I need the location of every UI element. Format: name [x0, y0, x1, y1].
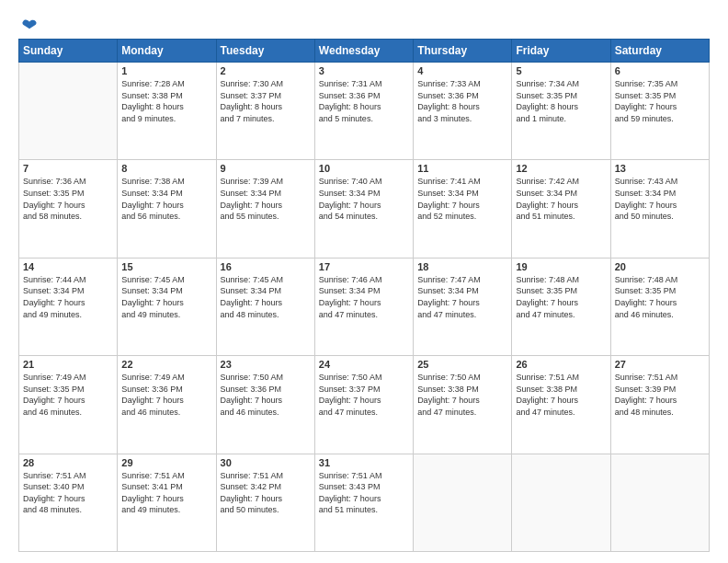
day-number: 21 [23, 359, 113, 370]
calendar-cell: 7Sunrise: 7:36 AM Sunset: 3:35 PM Daylig… [19, 160, 118, 258]
day-number: 20 [615, 261, 705, 272]
calendar-cell: 15Sunrise: 7:45 AM Sunset: 3:34 PM Dayli… [118, 258, 216, 355]
calendar-cell: 17Sunrise: 7:46 AM Sunset: 3:34 PM Dayli… [314, 258, 413, 355]
day-number: 14 [23, 261, 113, 272]
day-number: 16 [221, 261, 311, 272]
day-info: Sunrise: 7:51 AM Sunset: 3:39 PM Dayligh… [615, 372, 705, 418]
calendar-cell: 2Sunrise: 7:30 AM Sunset: 3:37 PM Daylig… [216, 63, 314, 160]
day-info: Sunrise: 7:39 AM Sunset: 3:34 PM Dayligh… [221, 176, 311, 222]
day-info: Sunrise: 7:47 AM Sunset: 3:34 PM Dayligh… [417, 274, 507, 320]
calendar-cell: 3Sunrise: 7:31 AM Sunset: 3:36 PM Daylig… [314, 63, 413, 160]
day-info: Sunrise: 7:35 AM Sunset: 3:35 PM Dayligh… [615, 78, 705, 124]
calendar-cell: 31Sunrise: 7:51 AM Sunset: 3:43 PM Dayli… [314, 454, 413, 551]
calendar-cell: 4Sunrise: 7:33 AM Sunset: 3:36 PM Daylig… [414, 63, 512, 160]
day-number: 4 [417, 65, 507, 76]
page: SundayMondayTuesdayWednesdayThursdayFrid… [0, 0, 728, 563]
calendar-cell: 10Sunrise: 7:40 AM Sunset: 3:34 PM Dayli… [314, 160, 413, 258]
calendar-cell: 26Sunrise: 7:51 AM Sunset: 3:38 PM Dayli… [512, 356, 610, 454]
day-number: 10 [319, 163, 409, 174]
day-number: 9 [221, 163, 311, 174]
day-number: 25 [417, 359, 507, 370]
day-number: 13 [615, 163, 705, 174]
day-number: 5 [516, 65, 606, 76]
day-number: 27 [615, 359, 705, 370]
day-number: 17 [319, 261, 409, 272]
day-info: Sunrise: 7:42 AM Sunset: 3:34 PM Dayligh… [516, 176, 606, 222]
calendar-cell: 13Sunrise: 7:43 AM Sunset: 3:34 PM Dayli… [610, 160, 709, 258]
day-number: 6 [615, 65, 705, 76]
day-number: 3 [319, 65, 409, 76]
calendar-cell: 20Sunrise: 7:48 AM Sunset: 3:35 PM Dayli… [610, 258, 709, 355]
calendar-cell: 28Sunrise: 7:51 AM Sunset: 3:40 PM Dayli… [19, 454, 118, 551]
calendar-header-wednesday: Wednesday [314, 40, 413, 63]
day-number: 19 [516, 261, 606, 272]
calendar-week-5: 28Sunrise: 7:51 AM Sunset: 3:40 PM Dayli… [19, 454, 710, 551]
calendar-header-tuesday: Tuesday [216, 40, 314, 63]
day-info: Sunrise: 7:44 AM Sunset: 3:34 PM Dayligh… [23, 274, 113, 320]
day-info: Sunrise: 7:48 AM Sunset: 3:35 PM Dayligh… [615, 274, 705, 320]
calendar-cell [414, 454, 512, 551]
day-number: 31 [319, 457, 409, 468]
day-number: 26 [516, 359, 606, 370]
calendar-header-monday: Monday [118, 40, 216, 63]
calendar-cell: 19Sunrise: 7:48 AM Sunset: 3:35 PM Dayli… [512, 258, 610, 355]
day-info: Sunrise: 7:31 AM Sunset: 3:36 PM Dayligh… [319, 78, 409, 124]
day-info: Sunrise: 7:33 AM Sunset: 3:36 PM Dayligh… [417, 78, 507, 124]
day-number: 24 [319, 359, 409, 370]
day-info: Sunrise: 7:51 AM Sunset: 3:41 PM Dayligh… [121, 470, 211, 516]
calendar-week-4: 21Sunrise: 7:49 AM Sunset: 3:35 PM Dayli… [19, 356, 710, 454]
day-number: 7 [23, 163, 113, 174]
day-number: 22 [121, 359, 211, 370]
calendar-cell: 14Sunrise: 7:44 AM Sunset: 3:34 PM Dayli… [19, 258, 118, 355]
day-info: Sunrise: 7:49 AM Sunset: 3:36 PM Dayligh… [121, 372, 211, 418]
day-info: Sunrise: 7:38 AM Sunset: 3:34 PM Dayligh… [121, 176, 211, 222]
day-number: 1 [121, 65, 211, 76]
calendar-cell: 24Sunrise: 7:50 AM Sunset: 3:37 PM Dayli… [314, 356, 413, 454]
calendar-cell: 29Sunrise: 7:51 AM Sunset: 3:41 PM Dayli… [118, 454, 216, 551]
day-info: Sunrise: 7:49 AM Sunset: 3:35 PM Dayligh… [23, 372, 113, 418]
day-info: Sunrise: 7:48 AM Sunset: 3:35 PM Dayligh… [516, 274, 606, 320]
day-number: 2 [221, 65, 311, 76]
logo [18, 17, 39, 31]
day-info: Sunrise: 7:40 AM Sunset: 3:34 PM Dayligh… [319, 176, 409, 222]
calendar-header-thursday: Thursday [414, 40, 512, 63]
day-info: Sunrise: 7:45 AM Sunset: 3:34 PM Dayligh… [121, 274, 211, 320]
day-info: Sunrise: 7:51 AM Sunset: 3:40 PM Dayligh… [23, 470, 113, 516]
day-number: 18 [417, 261, 507, 272]
calendar-header-sunday: Sunday [19, 40, 118, 63]
calendar-cell: 16Sunrise: 7:45 AM Sunset: 3:34 PM Dayli… [216, 258, 314, 355]
day-info: Sunrise: 7:51 AM Sunset: 3:43 PM Dayligh… [319, 470, 409, 516]
calendar-cell: 22Sunrise: 7:49 AM Sunset: 3:36 PM Dayli… [118, 356, 216, 454]
calendar-cell: 23Sunrise: 7:50 AM Sunset: 3:36 PM Dayli… [216, 356, 314, 454]
day-info: Sunrise: 7:51 AM Sunset: 3:42 PM Dayligh… [221, 470, 311, 516]
calendar-week-1: 1Sunrise: 7:28 AM Sunset: 3:38 PM Daylig… [19, 63, 710, 160]
calendar-cell [512, 454, 610, 551]
calendar-cell: 9Sunrise: 7:39 AM Sunset: 3:34 PM Daylig… [216, 160, 314, 258]
calendar-cell: 21Sunrise: 7:49 AM Sunset: 3:35 PM Dayli… [19, 356, 118, 454]
calendar-week-2: 7Sunrise: 7:36 AM Sunset: 3:35 PM Daylig… [19, 160, 710, 258]
calendar-table: SundayMondayTuesdayWednesdayThursdayFrid… [18, 39, 710, 552]
day-info: Sunrise: 7:50 AM Sunset: 3:37 PM Dayligh… [319, 372, 409, 418]
day-info: Sunrise: 7:50 AM Sunset: 3:38 PM Dayligh… [417, 372, 507, 418]
day-info: Sunrise: 7:46 AM Sunset: 3:34 PM Dayligh… [319, 274, 409, 320]
calendar-cell: 11Sunrise: 7:41 AM Sunset: 3:34 PM Dayli… [414, 160, 512, 258]
calendar-cell [19, 63, 118, 160]
day-info: Sunrise: 7:36 AM Sunset: 3:35 PM Dayligh… [23, 176, 113, 222]
calendar-cell: 25Sunrise: 7:50 AM Sunset: 3:38 PM Dayli… [414, 356, 512, 454]
calendar-cell: 30Sunrise: 7:51 AM Sunset: 3:42 PM Dayli… [216, 454, 314, 551]
day-number: 12 [516, 163, 606, 174]
calendar-cell: 5Sunrise: 7:34 AM Sunset: 3:35 PM Daylig… [512, 63, 610, 160]
day-number: 23 [221, 359, 311, 370]
day-number: 15 [121, 261, 211, 272]
day-info: Sunrise: 7:30 AM Sunset: 3:37 PM Dayligh… [221, 78, 311, 124]
day-info: Sunrise: 7:51 AM Sunset: 3:38 PM Dayligh… [516, 372, 606, 418]
day-info: Sunrise: 7:34 AM Sunset: 3:35 PM Dayligh… [516, 78, 606, 124]
header [18, 17, 710, 31]
day-info: Sunrise: 7:43 AM Sunset: 3:34 PM Dayligh… [615, 176, 705, 222]
calendar-cell: 8Sunrise: 7:38 AM Sunset: 3:34 PM Daylig… [118, 160, 216, 258]
day-info: Sunrise: 7:50 AM Sunset: 3:36 PM Dayligh… [221, 372, 311, 418]
calendar-cell: 18Sunrise: 7:47 AM Sunset: 3:34 PM Dayli… [414, 258, 512, 355]
calendar-cell: 1Sunrise: 7:28 AM Sunset: 3:38 PM Daylig… [118, 63, 216, 160]
calendar-header-row: SundayMondayTuesdayWednesdayThursdayFrid… [19, 40, 710, 63]
calendar-header-friday: Friday [512, 40, 610, 63]
